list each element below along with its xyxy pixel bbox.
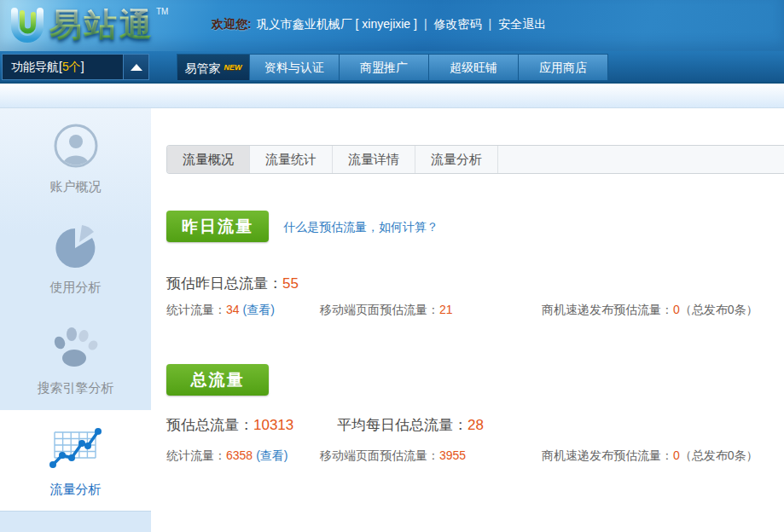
sub-nav-band bbox=[0, 85, 784, 108]
user-icon bbox=[53, 123, 99, 172]
main-content: 流量概况 流量统计 流量详情 流量分析 昨日流量 什么是预估流量，如何计算？ 预… bbox=[151, 108, 784, 532]
separator: | bbox=[424, 17, 427, 31]
sidebar-item-label: 使用分析 bbox=[50, 280, 102, 296]
app-header: 易站通 TM 欢迎您:巩义市鑫业机械厂 [ xinyejixie ]|修改密码|… bbox=[0, 0, 784, 51]
tab-traffic-analysis[interactable]: 流量分析 bbox=[415, 146, 498, 173]
sidebar-item-account-overview[interactable]: 账户概况 bbox=[0, 108, 151, 209]
logo-u-icon bbox=[5, 5, 49, 51]
nav-tab-alliance-promo[interactable]: 商盟推广 bbox=[340, 54, 429, 81]
function-nav-toggle[interactable]: 功能导航[5个] bbox=[2, 54, 149, 80]
sidebar-item-label: 搜索引擎分析 bbox=[38, 380, 114, 396]
nav-tab-super-shop[interactable]: 超级旺铺 bbox=[429, 54, 519, 81]
tab-traffic-statistics[interactable]: 流量统计 bbox=[250, 146, 333, 173]
function-nav-label: 功能导航[5个] bbox=[3, 60, 123, 75]
separator: | bbox=[489, 17, 492, 31]
sidebar-item-search-engine-analysis[interactable]: 搜索引擎分析 bbox=[0, 309, 151, 410]
avg-daily-line: 平均每日估总流量：28 bbox=[337, 415, 484, 435]
sidebar-item-label: 流量分析 bbox=[50, 482, 102, 498]
view-link[interactable]: (查看) bbox=[256, 448, 287, 462]
company-name: 巩义市鑫业机械厂 [ xinyejixie ] bbox=[257, 17, 417, 31]
stat-mobile-traffic: 移动端页面预估流量：3955 bbox=[320, 448, 466, 464]
stat-mobile-traffic: 移动端页面预估流量：21 bbox=[320, 303, 453, 318]
sidebar-item-usage-analysis[interactable]: 使用分析 bbox=[0, 209, 151, 309]
avg-daily-label: 平均每日估总流量： bbox=[337, 417, 467, 433]
yesterday-total-value: 55 bbox=[282, 275, 299, 292]
logout-link[interactable]: 安全退出 bbox=[498, 17, 546, 31]
stat-counted-traffic: 统计流量：6358(查看) bbox=[166, 448, 287, 464]
welcome-bar: 欢迎您:巩义市鑫业机械厂 [ xinyejixie ]|修改密码|安全退出 bbox=[212, 17, 546, 32]
yesterday-traffic-button[interactable]: 昨日流量 bbox=[166, 211, 269, 242]
stat-counted-traffic: 统计流量：34(查看) bbox=[166, 303, 275, 318]
app-window: 易站通 TM 欢迎您:巩义市鑫业机械厂 [ xinyejixie ]|修改密码|… bbox=[0, 0, 784, 532]
total-traffic-button[interactable]: 总流量 bbox=[166, 364, 269, 396]
nav-tab-bar: 易管家NEW 资料与认证 商盟推广 超级旺铺 应用商店 bbox=[177, 54, 608, 81]
view-link[interactable]: (查看) bbox=[243, 303, 275, 316]
nav-tab-yiguanjia[interactable]: 易管家NEW bbox=[177, 54, 250, 81]
stat-biz-express-traffic: 商机速递发布预估流量：0（总发布0条） bbox=[542, 448, 758, 464]
total-traffic-line: 预估总流量：10313 bbox=[166, 415, 293, 435]
logo-text: 易站通 bbox=[49, 3, 154, 46]
nav-tab-profile-cert[interactable]: 资料与认证 bbox=[250, 54, 340, 81]
welcome-label: 欢迎您: bbox=[212, 17, 252, 31]
sidebar-item-label: 账户概况 bbox=[50, 179, 102, 195]
stat-biz-express-traffic: 商机速递发布预估流量：0（总发布0条） bbox=[542, 303, 758, 318]
total-traffic-value: 10313 bbox=[253, 417, 293, 433]
content-tab-bar: 流量概况 流量统计 流量详情 流量分析 bbox=[166, 145, 784, 174]
sidebar-item-traffic-analysis[interactable]: 流量分析 bbox=[0, 410, 151, 511]
total-traffic-label: 预估总流量： bbox=[166, 417, 253, 433]
collapse-arrow-button[interactable] bbox=[123, 55, 148, 79]
yesterday-total-label: 预估昨日总流量： bbox=[166, 275, 282, 292]
nav-tab-app-store[interactable]: 应用商店 bbox=[519, 54, 608, 81]
logo-tm: TM bbox=[156, 7, 168, 16]
logo-link[interactable]: 易站通 TM bbox=[5, 3, 168, 51]
function-nav-count: 5个 bbox=[62, 60, 81, 73]
estimate-help-link[interactable]: 什么是预估流量，如何计算？ bbox=[283, 220, 438, 235]
line-chart-icon bbox=[48, 424, 104, 475]
sidebar-filler bbox=[0, 511, 151, 532]
pie-chart-icon bbox=[53, 223, 99, 273]
new-badge: NEW bbox=[224, 63, 242, 72]
paw-icon bbox=[51, 324, 101, 373]
main-navbar: 功能导航[5个] 易管家NEW 资料与认证 商盟推广 超级旺铺 应用商店 bbox=[0, 51, 784, 84]
arrow-up-icon bbox=[131, 64, 142, 71]
sidebar: 账户概况 使用分析 搜索引擎分析 bbox=[0, 108, 151, 532]
avg-daily-value: 28 bbox=[467, 417, 484, 433]
yesterday-total-line: 预估昨日总流量：55 bbox=[166, 274, 299, 293]
change-password-link[interactable]: 修改密码 bbox=[434, 17, 482, 31]
tab-traffic-overview[interactable]: 流量概况 bbox=[167, 146, 250, 173]
tab-traffic-details[interactable]: 流量详情 bbox=[333, 146, 415, 173]
